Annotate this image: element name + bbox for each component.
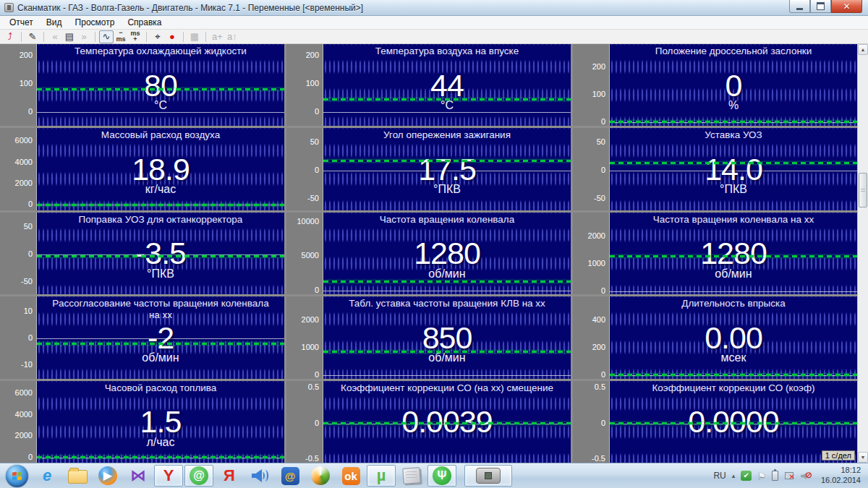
action-center-flag-icon[interactable]: ⚑ [757,471,766,481]
timebase-badge: 1 с/дел [822,450,855,461]
chart-panel[interactable]: 4002000 Длительность впрыска 0.00 мсек [573,296,857,378]
kmplayer-icon-glyph: ⋈ [130,468,146,484]
clock[interactable]: 18:12 16.02.2014 [821,466,861,486]
minimize-button[interactable] [789,0,810,13]
record-button[interactable]: ● [165,30,179,43]
utorrent-icon[interactable]: µ [367,465,396,487]
odnoklassniki-icon[interactable]: ok [336,465,365,487]
axis-tick-label: 1000 [588,259,605,267]
chart-panel[interactable]: 6000400020000 Массовый расход воздуха 18… [0,128,284,210]
signal-trace [37,343,284,345]
save-button[interactable]: ▦ [187,30,202,43]
graph-view-button[interactable]: ∿ [99,30,114,43]
antivirus-status-icon[interactable]: ✔ [741,471,752,481]
mailru-agent-icon[interactable]: @ [184,465,213,487]
media-player-icon[interactable]: ▶ [93,465,122,487]
chart-panel[interactable]: 200010000 Табл. уставка частоты вращения… [286,296,571,378]
chart-panel[interactable]: 100-10 Рассогласование частоты вращения … [0,296,284,378]
chart-panel[interactable]: 0.50-0.5 Коэффициент коррекции СО (коэф)… [573,381,857,463]
mailru-mail-icon-glyph: @ [281,467,299,485]
mailru-mail-icon[interactable]: @ [276,465,305,487]
toolbar: ⤴✎«▤»∿−msms+⌖●▦a+a↑ [0,30,868,44]
toolbar-separator [183,32,184,42]
wireless-network-icon[interactable]: Ψ [427,465,456,487]
scanmatic-taskbar-button[interactable] [464,465,512,487]
wireless-network-icon-glyph: Ψ [433,466,451,485]
signal-trace [610,162,857,164]
axis-tick-label: 2000 [302,316,319,325]
chart-panel[interactable]: 2001000 Температура воздуха на впуске 44… [286,44,571,126]
network-disconnected-icon[interactable]: ✕ [784,471,795,481]
internet-explorer-icon-glyph: e [43,468,51,484]
panel-value: 1.5 [37,404,284,440]
report-button[interactable]: ✎ [25,30,40,43]
language-indicator[interactable]: RU [713,471,726,481]
font-smaller-button[interactable]: a+ [210,30,225,43]
internet-explorer-icon[interactable]: e [33,465,61,487]
prev-page-button[interactable]: « [48,30,62,43]
exit-to-menu-button[interactable]: ⤴ [3,30,17,43]
chart-panel[interactable]: 2001000 Положение дроссельной заслонки 0… [573,44,857,126]
axis-tick-label: 200 [592,63,605,72]
chart-panel[interactable]: 200010000 Частота вращения коленвала на … [573,213,857,294]
chart-panel[interactable]: 2001000 Температура охлаждающей жидкости… [0,44,284,126]
vertical-scrollbar[interactable]: ▲ ▼ [857,44,868,463]
scroll-down-button[interactable]: ▼ [858,452,868,463]
font-bigger-button[interactable]: a↑ [225,30,239,43]
chart-panel[interactable]: 6000400020000 Часовой расход топлива 1.5… [0,381,284,463]
timebase-increase-button[interactable]: ms+ [128,30,142,43]
panel-value: 1280 [323,236,571,271]
show-hidden-icons-button[interactable]: ▴ [732,473,736,479]
panel-title: Массовый расход воздуха [37,129,284,141]
battery-status-icon[interactable] [772,471,778,481]
signal-trace [37,255,284,257]
next-page-button[interactable]: » [77,30,91,43]
axis-tick-label: 0 [315,107,319,116]
y-axis: 100-10 [0,296,36,378]
main-area: 2001000 Температура охлаждающей жидкости… [0,44,868,463]
menu-browse[interactable]: Просмотр [69,17,122,28]
axis-tick-label: 100 [20,79,33,87]
y-axis: 500-50 [0,213,36,294]
volume-mixer-icon[interactable] [245,465,274,487]
signal-trace [37,456,284,458]
kmplayer-icon[interactable]: ⋈ [124,465,153,487]
chart-panel[interactable]: 500-50 Угол опережения зажигания 17.5 °П… [286,128,571,210]
maximize-button[interactable] [810,0,831,13]
signal-trace [37,88,284,90]
marker-button[interactable]: ⌖ [150,30,165,43]
chart-panel[interactable]: 500-50 Поправка УОЗ для октанкорректора … [0,213,284,294]
menu-report[interactable]: Отчет [3,17,40,28]
plot-area: Частота вращения коленвала 1280 об/мин [323,213,571,294]
plot-area: Частота вращения коленвала на хх 1280 об… [609,213,857,294]
chart-panel[interactable]: 1000050000 Частота вращения коленвала 12… [286,213,571,294]
comodo-browser-icon[interactable] [306,465,335,487]
axis-tick-label: 0.5 [595,383,605,392]
yandex-browser-icon[interactable]: Y [154,465,183,487]
taskbar-buttons: e▶⋈Y@Я@okµΨ [1,465,513,487]
chart-panel[interactable]: 500-50 Уставка УОЗ 14.0 °ПКВ [573,128,857,210]
yandex-search-icon[interactable]: Я [215,465,244,487]
panel-title: Уставка УОЗ [610,129,857,141]
scroll-up-button[interactable]: ▲ [858,44,868,55]
start-button[interactable] [2,465,31,487]
variables-list-button[interactable]: ▤ [62,30,77,43]
panel-title: Коэффициент коррекции СО (на хх) смещени… [323,382,571,394]
plot-area: Температура воздуха на впуске 44 °C [323,44,571,126]
toolbar-separator [205,32,206,42]
menu-help[interactable]: Справка [121,17,168,28]
signal-trace [37,204,284,206]
sticky-notes-icon[interactable] [397,465,426,487]
close-button[interactable] [831,0,862,13]
axis-tick-label: 200 [592,343,605,351]
windows-explorer-icon[interactable] [63,465,92,487]
windows-explorer-icon-glyph [68,470,88,484]
menu-view[interactable]: Вид [40,17,69,28]
panel-value: 44 [323,67,571,103]
volume-muted-icon[interactable]: ⊘ [801,471,812,481]
timebase-decrease-button[interactable]: −ms [114,30,128,43]
plot-area: Часовой расход топлива 1.5 л/час [36,381,284,463]
axis-tick-label: 0 [601,286,605,295]
scroll-thumb[interactable] [859,173,867,207]
chart-panel[interactable]: 0.50-0.5 Коэффициент коррекции СО (на хх… [286,381,571,463]
